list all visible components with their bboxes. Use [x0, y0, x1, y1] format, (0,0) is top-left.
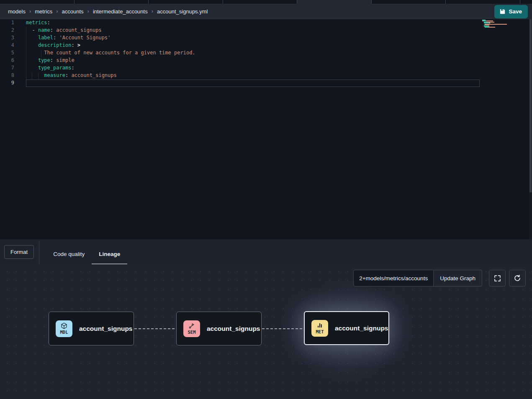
node-type-label: SEM [188, 330, 196, 335]
lineage-node-mdl[interactable]: MDLaccount_signups [49, 312, 134, 345]
node-type-label: MDL [60, 330, 68, 335]
share-network-icon [188, 322, 195, 329]
code-token: account_signups [56, 27, 101, 33]
breadcrumb-bar: models›metrics›accounts›intermediate_acc… [0, 4, 532, 19]
minimap[interactable] [482, 20, 528, 29]
code-editor[interactable]: 123456789 metrics: - name: account_signu… [0, 19, 532, 239]
code-line: measure: account_signups [26, 72, 480, 80]
editor-code[interactable]: metrics: - name: account_signups label: … [26, 20, 480, 87]
editor-tab-active[interactable] [297, 0, 372, 4]
bar-chart-icon [316, 322, 323, 329]
panel-tab-code-quality[interactable]: Code quality [46, 244, 92, 264]
minimap-line [482, 28, 528, 29]
scrollbar-thumb[interactable] [529, 19, 532, 192]
save-button[interactable]: Save [494, 5, 528, 18]
code-token: The count of new accounts for a given ti… [44, 50, 195, 56]
lineage-selector-input[interactable] [353, 270, 434, 286]
editor-tab[interactable] [223, 0, 298, 4]
breadcrumb-item[interactable]: models [8, 8, 26, 15]
node-type-badge: MDL [56, 320, 72, 337]
editor-scrollbar[interactable] [529, 19, 532, 239]
code-token: 'Account Signups' [59, 35, 111, 41]
line-number: 7 [0, 65, 14, 72]
code-token: : [65, 72, 71, 78]
code-line: - name: account_signups [26, 27, 480, 35]
code-line: label: 'Account Signups' [26, 35, 480, 42]
node-label: account_signups [335, 325, 388, 332]
node-label: account_signups [207, 325, 260, 332]
current-line-highlight [26, 79, 480, 87]
lineage-canvas[interactable]: MDLaccount_signupsSEMaccount_signupsMETa… [0, 264, 532, 399]
indent-guide [38, 72, 39, 80]
code-line: metrics: [26, 20, 480, 27]
panel-tabs: Code qualityLineage [46, 244, 127, 264]
code-token: : [71, 65, 74, 71]
indent-guide [26, 72, 26, 80]
bottom-panel-header: Format Code qualityLineage [0, 239, 532, 264]
breadcrumb-item[interactable]: accounts [62, 8, 84, 15]
code-token: metrics [26, 20, 47, 26]
line-number: 1 [0, 20, 14, 27]
lineage-toolbar: Update Graph [353, 270, 526, 286]
code-token: : [50, 57, 56, 63]
indent-guide [26, 35, 26, 42]
code-token: simple [56, 57, 74, 63]
code-line [26, 80, 480, 87]
line-number: 6 [0, 57, 14, 65]
save-icon [499, 8, 506, 15]
divider [39, 241, 39, 264]
code-token [26, 35, 38, 41]
code-token: > [77, 42, 80, 48]
panel-tab-lineage[interactable]: Lineage [92, 244, 127, 264]
code-line: type: simple [26, 57, 480, 65]
breadcrumb-item[interactable]: account_signups.yml [157, 8, 208, 15]
line-number: 9 [0, 80, 14, 87]
code-line: description: > [26, 42, 480, 50]
node-type-label: MET [316, 329, 324, 334]
editor-tab[interactable] [372, 0, 446, 4]
indent-guide [26, 27, 26, 35]
code-token: label [38, 35, 53, 41]
code-token: - [26, 27, 38, 33]
code-token [26, 57, 38, 63]
refresh-button[interactable] [509, 270, 526, 286]
node-type-badge: MET [311, 320, 328, 337]
editor-tab[interactable] [0, 0, 75, 4]
editor-tab[interactable] [149, 0, 223, 4]
code-line: type_params: [26, 65, 480, 72]
line-number: 4 [0, 42, 14, 50]
code-token: account_signups [71, 72, 116, 78]
line-number: 2 [0, 27, 14, 35]
ide-screen: models›metrics›accounts›intermediate_acc… [0, 0, 532, 399]
fullscreen-icon [494, 275, 501, 282]
refresh-icon [514, 274, 521, 282]
update-graph-button[interactable]: Update Graph [434, 270, 482, 286]
breadcrumb-item[interactable]: metrics [35, 8, 52, 15]
chevron-right-icon: › [87, 8, 89, 14]
code-token: description [38, 42, 71, 48]
code-token: : [50, 27, 56, 33]
breadcrumb-item[interactable]: intermediate_accounts [93, 8, 148, 15]
node-type-badge: SEM [183, 320, 200, 337]
indent-guide [26, 65, 26, 72]
chevron-right-icon: › [29, 8, 31, 14]
code-token: : [53, 35, 59, 41]
format-button[interactable]: Format [4, 245, 34, 259]
chevron-right-icon: › [56, 8, 58, 14]
lineage-node-met[interactable]: METaccount_signups [304, 311, 389, 345]
fullscreen-button[interactable] [489, 270, 506, 286]
code-token: : [47, 20, 50, 26]
line-number: 5 [0, 50, 14, 57]
indent-guide [26, 50, 26, 57]
lineage-node-sem[interactable]: SEMaccount_signups [176, 312, 262, 345]
editor-tab[interactable] [75, 0, 149, 4]
code-token [26, 42, 38, 48]
indent-guide [41, 50, 41, 57]
code-token: : [71, 42, 77, 48]
editor-tab[interactable] [446, 0, 520, 4]
breadcrumb: models›metrics›accounts›intermediate_acc… [8, 8, 494, 15]
code-token: type [38, 57, 50, 63]
indent-guide [26, 42, 26, 50]
chevron-right-icon: › [152, 8, 153, 14]
code-token: name [38, 27, 50, 33]
